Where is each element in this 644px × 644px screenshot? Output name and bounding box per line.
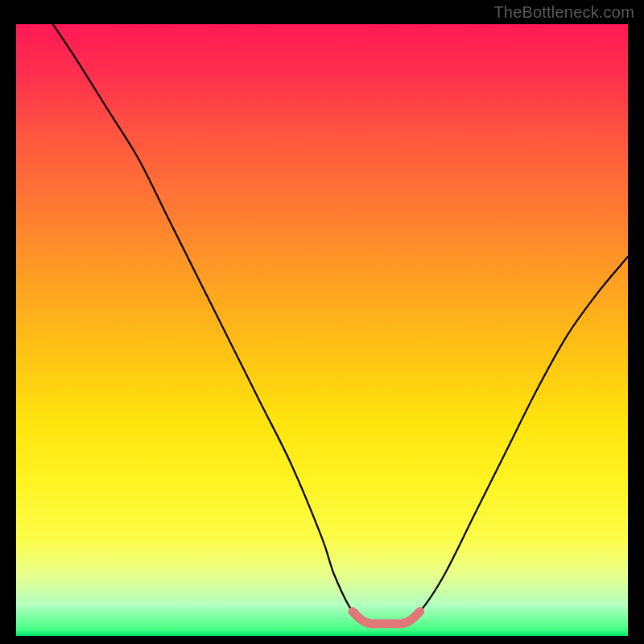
watermark-text: TheBottleneck.com — [493, 3, 634, 22]
plot-area — [16, 24, 628, 636]
bottleneck-curve — [53, 24, 628, 625]
curve-layer — [16, 24, 628, 636]
chart-frame: TheBottleneck.com — [0, 0, 644, 644]
optimal-zone-highlight — [353, 612, 420, 624]
